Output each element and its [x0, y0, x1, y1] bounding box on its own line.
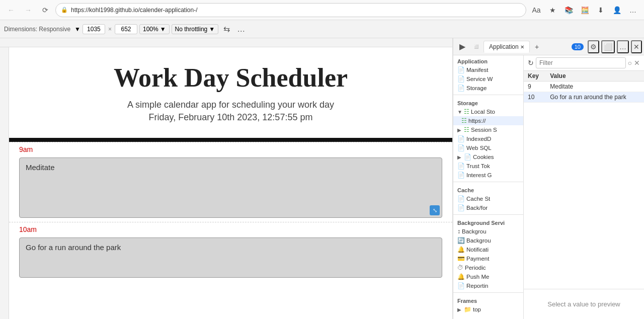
tree-reporting-api[interactable]: 📄 Reportin — [453, 281, 523, 290]
row-1-key: 10 — [524, 92, 546, 103]
tree-trust-tokens[interactable]: 📄 Trust Tok — [453, 162, 523, 171]
row-1-value: Go for a run around the park — [546, 92, 644, 103]
filter-clear-button[interactable]: ○ — [628, 59, 632, 67]
forward-button[interactable]: → — [21, 3, 35, 17]
devtools-body: Application 📄 Manifest 📄 Service W 📄 Sto… — [453, 55, 644, 319]
tree-session-storage[interactable]: ▶ ☷ Session S — [453, 125, 523, 134]
tab-application[interactable]: Application ✕ — [484, 41, 530, 53]
web-sql-icon: 📄 — [457, 144, 465, 151]
cache-section-label: Cache — [453, 184, 523, 194]
back-button[interactable]: ← — [4, 3, 18, 17]
height-input[interactable]: 652 — [115, 24, 137, 34]
cookies-label: Cookies — [473, 154, 494, 160]
throttle-dropdown-arrow: ▼ — [209, 26, 215, 33]
cache-storage-icon: 📄 — [457, 195, 465, 202]
tree-storage-item[interactable]: 📄 Storage — [453, 84, 523, 93]
event-box-9am[interactable]: Meditate — [19, 157, 442, 218]
reader-mode-button[interactable]: Aa — [529, 3, 543, 17]
devtools-dock-button[interactable]: ⬜ — [601, 40, 615, 53]
tree-periodic-sync[interactable]: ⏱ Periodic — [453, 263, 523, 272]
resize-handle-9am[interactable] — [430, 205, 440, 215]
background-sync-label: Backgrou — [466, 237, 491, 244]
tree-push-messages[interactable]: 🔔 Push Me — [453, 272, 523, 281]
toolbar-icons: Aa ★ 📚 🧮 ⬇ 👤 … — [529, 3, 640, 17]
frames-section-label: Frames — [453, 295, 523, 305]
devtools-device-button[interactable]: ◽ — [469, 40, 484, 54]
notifications-icon: 🔔 — [457, 246, 465, 253]
devtools-close-button[interactable]: ✕ — [631, 40, 642, 53]
tree-manifest[interactable]: 📄 Manifest — [453, 65, 523, 74]
bg-services-section-label: Background Servi — [453, 217, 523, 227]
table-row[interactable]: 9 Meditate — [524, 82, 644, 92]
tree-cache-storage[interactable]: 📄 Cache St — [453, 194, 523, 203]
tree-background-sync[interactable]: 🔄 Backgrou — [453, 236, 523, 245]
session-storage-label: Session S — [471, 127, 497, 133]
width-input[interactable]: 1035 — [83, 24, 105, 34]
tree-divider-4 — [453, 292, 523, 293]
rotate-button[interactable]: ⇆ — [220, 23, 233, 35]
filter-bar: ↻ ○ ✕ — [524, 55, 644, 71]
back-forward-icon: 📄 — [457, 204, 465, 211]
address-bar[interactable]: 🔒 https://kohl1998.github.io/calender-ap… — [55, 3, 526, 17]
favorites-button[interactable]: ★ — [545, 3, 559, 17]
horizontal-ruler — [0, 38, 452, 47]
tree-service-worker[interactable]: 📄 Service W — [453, 74, 523, 84]
downloads-button[interactable]: ⬇ — [594, 3, 608, 17]
refresh-button[interactable]: ⟳ — [38, 3, 52, 17]
extensions-button[interactable]: 🧮 — [578, 3, 592, 17]
tree-web-sql[interactable]: 📄 Web SQL — [453, 143, 523, 152]
devtools-tabs: ▶ ◽ Application ✕ + 10 ⚙ ⬜ … ✕ — [453, 38, 644, 55]
main-area: Work Day Scheduler A simple calendar app… — [0, 38, 644, 319]
tree-https[interactable]: ☷ https:// — [453, 116, 523, 125]
table-row[interactable]: 10 Go for a run around the park — [524, 92, 644, 103]
more-options-button[interactable]: … — [235, 24, 247, 35]
cache-storage-label: Cache St — [466, 196, 490, 202]
devtools-inspect-button[interactable]: ▶ — [455, 40, 469, 54]
more-button[interactable]: … — [626, 3, 640, 17]
tree-background-fetch[interactable]: ↕ Backgrou — [453, 227, 523, 236]
devtools-left-nav: Application 📄 Manifest 📄 Service W 📄 Sto… — [453, 55, 524, 319]
storage-icon: 📄 — [457, 85, 465, 92]
expand-cookies: ▶ — [457, 154, 462, 160]
dimensions-x: × — [108, 26, 112, 33]
filter-refresh-button[interactable]: ↻ — [528, 59, 534, 67]
tree-top-frame[interactable]: ▶ 📁 top — [453, 305, 523, 314]
filter-close-button[interactable]: ✕ — [634, 59, 640, 67]
https-icon: ☷ — [461, 117, 467, 124]
profile-button[interactable]: 👤 — [610, 3, 624, 17]
scheduler-header: Work Day Scheduler A simple calendar app… — [9, 47, 452, 128]
preview-panel: Select a value to preview — [524, 289, 644, 319]
bg-sync-icon: 🔄 — [457, 237, 465, 244]
filter-input[interactable] — [536, 57, 626, 68]
expand-session-storage: ▶ — [457, 127, 462, 133]
devtools-more-button[interactable]: … — [617, 40, 629, 53]
storage-tree-label: Storage — [466, 85, 487, 91]
lock-icon: 🔒 — [61, 7, 68, 13]
tree-back-forward[interactable]: 📄 Back/for — [453, 203, 523, 212]
tree-indexeddb[interactable]: 📄 IndexedD — [453, 134, 523, 143]
tree-divider-1 — [453, 95, 523, 95]
dropdown-arrow: ▼ — [74, 26, 80, 33]
ruler-v-wrapper: Work Day Scheduler A simple calendar app… — [0, 47, 452, 319]
devtools-settings-button[interactable]: ⚙ — [588, 40, 599, 53]
zoom-dropdown-arrow: ▼ — [160, 26, 166, 33]
devtools-add-tab-button[interactable]: + — [530, 40, 544, 54]
tree-local-storage[interactable]: ▼ ☷ Local Sto — [453, 107, 523, 116]
event-box-10am[interactable]: Go for a run around the park — [19, 237, 442, 278]
zoom-select[interactable]: 100% ▼ — [139, 24, 170, 34]
collections-button[interactable]: 📚 — [561, 3, 576, 17]
page-divider — [9, 138, 452, 142]
payment-icon: 💳 — [457, 255, 465, 262]
devtools-tab-icons: 10 ⚙ ⬜ … ✕ — [572, 40, 642, 53]
background-fetch-label: Backgrou — [462, 228, 487, 234]
row-0-value: Meditate — [546, 82, 644, 92]
tree-cookies[interactable]: ▶ 📄 Cookies — [453, 152, 523, 162]
manifest-icon: 📄 — [457, 66, 465, 73]
col-value: Value — [546, 71, 644, 82]
tree-interest-groups[interactable]: 📄 Interest G — [453, 171, 523, 180]
throttle-select[interactable]: No throttling ▼ — [172, 24, 219, 34]
trust-tokens-icon: 📄 — [457, 163, 465, 170]
tree-notifications[interactable]: 🔔 Notificati — [453, 245, 523, 254]
bg-fetch-icon: ↕ — [457, 228, 460, 235]
tree-payment-handler[interactable]: 💳 Payment — [453, 254, 523, 263]
